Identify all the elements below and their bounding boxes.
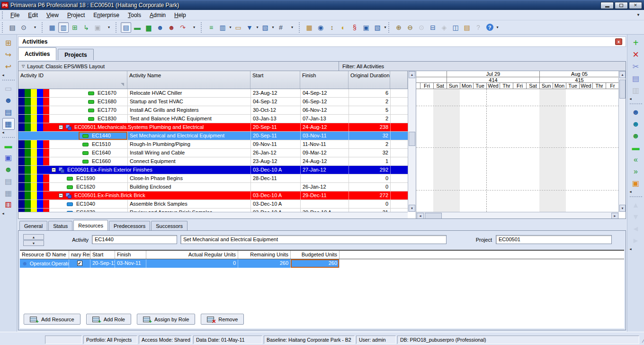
- update-progress-icon[interactable]: ◉: [315, 22, 326, 33]
- paste-icon[interactable]: ▥: [630, 84, 642, 96]
- toolbar-group-grip[interactable]: [42, 22, 45, 33]
- day-cell[interactable]: Thr: [592, 83, 606, 89]
- tab-activities[interactable]: Activities: [18, 47, 56, 60]
- toolbar-group-grip[interactable]: [116, 22, 118, 33]
- toolbar-group-grip[interactable]: [388, 22, 391, 33]
- project-id-field[interactable]: EC00501: [496, 235, 612, 244]
- risks-icon[interactable]: ⚅: [2, 199, 15, 211]
- layout-options-cell[interactable]: ▽ Layout: Classic EPS/WBS Layout: [18, 62, 339, 71]
- toolbar-overflow-icon[interactable]: ▼: [636, 13, 640, 17]
- collapse-arrow-icon[interactable]: ◄: [1, 73, 5, 77]
- documents-icon[interactable]: ▤: [2, 175, 15, 187]
- expenses-icon[interactable]: ▦: [2, 187, 15, 199]
- progress-line-icon[interactable]: §: [349, 22, 360, 33]
- previous-activity-button[interactable]: ▲: [23, 234, 44, 240]
- open-project-icon[interactable]: ↪: [2, 49, 15, 61]
- menu-item-edit[interactable]: Edit: [24, 11, 42, 19]
- detail-tab-predecessors[interactable]: Predecessors: [109, 221, 150, 230]
- focus-icon[interactable]: ◈: [439, 22, 449, 33]
- scroll-up-button[interactable]: ▲: [409, 71, 415, 78]
- scroll-thumb[interactable]: [425, 213, 442, 219]
- assignments-icon[interactable]: ☻: [2, 163, 15, 175]
- online-help-icon[interactable]: ?: [484, 22, 495, 33]
- wbs-group-row[interactable]: −EC00501.Ex-Finish Exterior Finishes03-D…: [18, 166, 408, 174]
- assign-by-role-button[interactable]: +Assign by Role: [137, 314, 195, 325]
- day-cell[interactable]: Mon: [553, 83, 566, 89]
- resource-assignments-icon[interactable]: ▦: [304, 22, 314, 33]
- menu-item-project[interactable]: Project: [63, 11, 89, 19]
- resource-cell-budgeted-units[interactable]: 260: [291, 259, 340, 268]
- activity-row[interactable]: EC1680Startup and Test HVAC04-Sep-1206-S…: [18, 98, 408, 106]
- table-view-icon[interactable]: ▦: [47, 22, 57, 33]
- day-cell[interactable]: Fri: [513, 83, 526, 89]
- restore-button[interactable]: [615, 2, 628, 9]
- delete-icon[interactable]: ✕: [630, 49, 642, 61]
- line-numbers-icon[interactable]: #: [276, 22, 286, 33]
- menu-grip[interactable]: [2, 11, 4, 19]
- assign-wbs-icon[interactable]: ▣: [630, 177, 642, 189]
- day-cell[interactable]: Sun: [447, 83, 460, 89]
- add-resource-button[interactable]: +Add Resource: [24, 314, 80, 325]
- cut-icon[interactable]: ✂: [630, 61, 642, 73]
- close-button[interactable]: ✕: [629, 2, 642, 9]
- resource-cell-remaining-units[interactable]: 260: [238, 259, 291, 268]
- activity-row[interactable]: EC1660Connect Equipment23-Aug-1224-Aug-1…: [18, 157, 408, 166]
- scroll-up-button[interactable]: ▲: [619, 71, 626, 78]
- gantt-chart-icon[interactable]: ▥: [58, 22, 69, 33]
- assign-resource-icon[interactable]: ☻: [630, 106, 642, 118]
- split-vertical-icon[interactable]: ◫: [450, 22, 461, 33]
- filter-cell[interactable]: Filter: All Activities: [339, 62, 626, 71]
- zoom-window-icon[interactable]: ⊙: [416, 22, 427, 33]
- gantt-horizontal-scrollbar[interactable]: ◄►: [416, 212, 619, 219]
- menu-item-help[interactable]: Help: [170, 11, 190, 19]
- dropdown-arrow-icon[interactable]: ▾: [383, 25, 387, 29]
- table-vertical-scrollbar[interactable]: ▲▼: [408, 71, 416, 212]
- collapse-arrow-icon[interactable]: ◄: [1, 131, 5, 134]
- activity-row[interactable]: EC1440Set Mechanical and Electrical Equi…: [18, 132, 408, 140]
- activity-row[interactable]: EC1770Install AC Grills and Registers30-…: [18, 106, 408, 115]
- scroll-left-button[interactable]: ◄: [417, 213, 424, 219]
- layout-collapse-icon[interactable]: ▽: [22, 64, 25, 68]
- assign-successor-icon[interactable]: »: [630, 165, 642, 177]
- week-number-cell[interactable]: 415: [539, 77, 619, 83]
- zoom-in-icon[interactable]: ⊕: [394, 22, 404, 33]
- resource-cell-primary[interactable]: ✓: [69, 259, 90, 268]
- activity-row[interactable]: EC1620Building Enclosed26-Jan-120: [18, 183, 408, 191]
- wbs-group-row[interactable]: −EC00501.Mechanicals.Systems Plumbing an…: [18, 123, 408, 132]
- week-label-cell[interactable]: Aug 05: [539, 71, 619, 77]
- resource-column-header[interactable]: Resource ID Name: [20, 251, 69, 259]
- bars-icon[interactable]: ≡: [206, 22, 216, 33]
- collapse-minus-icon[interactable]: −: [59, 193, 63, 198]
- projects-icon[interactable]: ▭: [2, 82, 15, 94]
- move-down-icon[interactable]: ▼: [630, 211, 642, 223]
- wbs-icon[interactable]: ▣: [2, 152, 15, 163]
- day-cell[interactable]: Sat: [526, 83, 539, 89]
- collapse-arrow-icon[interactable]: ◄: [629, 247, 632, 251]
- collapse-arrow-icon[interactable]: ◄: [629, 97, 632, 100]
- activities-icon[interactable]: ▬: [2, 140, 15, 152]
- panel-close-button[interactable]: x: [615, 38, 622, 45]
- assign-predecessor-icon[interactable]: «: [630, 154, 642, 165]
- dropdown-arrow-icon[interactable]: ▾: [495, 25, 500, 29]
- collapse-minus-icon[interactable]: −: [52, 168, 56, 172]
- dropdown-arrow-icon[interactable]: ▾: [228, 25, 233, 29]
- day-cell[interactable]: [416, 83, 420, 89]
- collapse-arrow-icon[interactable]: ◄: [629, 190, 632, 193]
- trace-logic-icon[interactable]: ↳: [81, 22, 91, 33]
- table-horizontal-scrollbar[interactable]: [18, 212, 408, 219]
- remove-button[interactable]: ✕Remove: [201, 314, 244, 325]
- day-cell[interactable]: Tue: [473, 83, 486, 89]
- tab-projects[interactable]: Projects: [58, 49, 93, 60]
- menu-item-view[interactable]: View: [42, 11, 63, 19]
- day-cell[interactable]: Sat: [433, 83, 447, 89]
- toolbar-group-grip[interactable]: [2, 22, 5, 33]
- resource-cell-actual-regular-units[interactable]: 0: [146, 259, 238, 268]
- dropdown-arrow-icon[interactable]: ▾: [255, 25, 259, 29]
- layouts-icon[interactable]: ▧: [372, 22, 383, 33]
- gantt-vertical-scrollbar[interactable]: ▲▼: [618, 71, 626, 212]
- day-cell[interactable]: Mon: [460, 83, 473, 89]
- dropdown-arrow-icon[interactable]: ▾: [271, 25, 275, 29]
- day-cell[interactable]: Fri: [420, 83, 433, 89]
- menu-item-admin[interactable]: Admin: [145, 11, 170, 19]
- scroll-right-button[interactable]: ►: [611, 213, 618, 219]
